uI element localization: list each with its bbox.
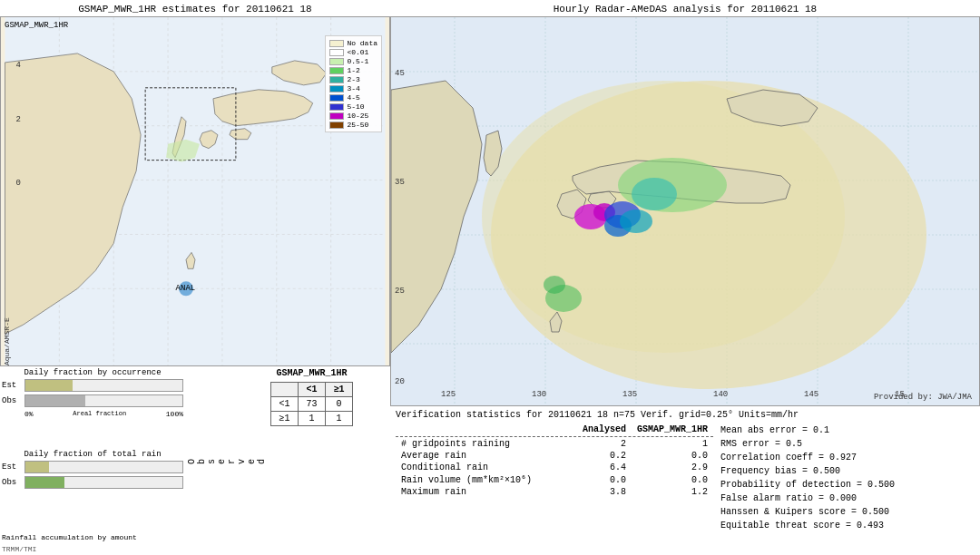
avg-rain-label: Average rain [396,450,577,462]
trmm-label: TRMM/TMI [2,545,183,553]
left-title: GSMAP_MWR_1HR estimates for 20110621 18 [0,0,390,16]
occurrence-obs-row: Obs [2,394,183,407]
provided-by: Provided by: JWA/JMA [874,393,972,402]
svg-text:135: 135 [622,390,637,399]
svg-point-55 [544,276,565,294]
hanssen-kuipers: Hanssen & Kuipers score = 0.500 [720,505,975,519]
svg-text:125: 125 [441,390,456,399]
mean-abs-error: Mean abs error = 0.1 [720,424,975,437]
corr-coeff: Correlation coeff = 0.927 [720,451,975,464]
total-rain-est-bar [24,461,183,473]
accumulation-label: Rainfall accumulation by amount [2,533,183,541]
svg-text:20: 20 [395,377,405,386]
legend-item-2-3: 2-3 [329,75,377,83]
legend-color-0.01 [329,49,344,56]
stat-row-avg-rain: Average rain 0.2 0.0 [396,450,713,462]
contingency-table: <1 ≥1 <1 73 0 ≥1 1 [270,382,353,426]
avg-rain-analysed: 0.2 [577,450,632,462]
col-header-analysed: Analysed [577,424,632,435]
svg-text:0: 0 [15,179,20,188]
svg-text:2: 2 [15,115,20,124]
legend-item-5-10: 5-10 [329,102,377,111]
total-rain-title: Daily fraction of total rain [2,450,183,459]
legend-item-0.01: <0.01 [329,48,377,56]
rain-volume-gsmap: 0.0 [632,473,713,486]
right-map: 45 35 25 20 125 130 135 140 145 15 Provi… [390,16,980,406]
occurrence-est-bar [24,379,183,392]
stats-table-area: Analysed GSMAP_MWR_1HR # gridpoints rain… [396,424,720,532]
equitable-threat: Equitable threat score = 0.493 [720,519,975,532]
svg-text:140: 140 [713,390,728,399]
gridpoints-gsmap: 1 [632,438,713,450]
max-rain-gsmap: 1.2 [632,486,713,498]
obs-label: Obs [2,396,24,405]
legend-item-25-50: 25-50 [329,121,377,129]
occurrence-title: Daily fraction by occurrence [2,368,183,377]
ct-cell-22: 1 [326,412,353,426]
legend-color-5-10 [329,103,344,111]
gsmap-map-label: GSMAP_MWR_1HR [5,21,68,30]
total-rain-obs-row: Obs [2,476,183,489]
rms-error: RMS error = 0.5 [720,437,975,451]
col-header-gsmap: GSMAP_MWR_1HR [632,424,713,435]
ct-col-header-2: ≥1 [326,383,353,397]
occurrence-est-row: Est [2,379,183,392]
observed-vertical-label: Observed [187,368,267,553]
total-rain-obs-bar [24,476,183,489]
rain-volume-analysed: 0.0 [577,473,632,486]
legend-color-0.5-1 [329,58,344,65]
legend-item-nodata: No data [329,39,377,47]
ct-cell-21: 1 [299,412,326,426]
col-header-empty [396,424,577,435]
stats-row: Analysed GSMAP_MWR_1HR # gridpoints rain… [396,424,975,532]
ct-row-label-1: <1 [271,397,299,412]
color-legend: No data <0.01 0.5-1 1-2 2-3 [325,35,382,132]
rain-volume-label: Rain volume (mm*km²×10⁶) [396,473,577,486]
ct-row-1: <1 73 0 [271,397,353,412]
ct-col-header-1: <1 [299,383,326,397]
est-label: Est [2,381,24,390]
main-container: GSMAP_MWR_1HR estimates for 20110621 18 … [0,0,980,555]
ct-row-2: ≥1 1 1 [271,412,353,426]
occurrence-obs-bar [24,394,183,407]
freq-bias: Frequency bias = 0.500 [720,464,975,478]
ct-cell-11: 73 [299,397,326,412]
contingency-table-wrapper: GSMAP_MWR_1HR <1 ≥1 <1 7 [270,368,353,553]
stats-header: Verification statistics for 20110621 18 … [396,410,975,420]
gridpoints-analysed: 2 [577,438,632,450]
ct-header-empty [271,383,299,397]
ct-row-label-2: ≥1 [271,412,299,426]
legend-color-nodata [329,40,344,47]
total-rain-chart: Daily fraction of total rain Est Obs [2,450,183,526]
verif-table: Analysed GSMAP_MWR_1HR # gridpoints rain… [396,424,713,498]
legend-item-1-2: 1-2 [329,66,377,74]
svg-text:35: 35 [395,178,405,187]
legend-item-0.5-1: 0.5-1 [329,57,377,65]
legend-color-10-25 [329,112,344,120]
ct-cell-12: 0 [326,397,353,412]
left-map: GSMAP_MWR_1HR ANAL Aqua/AMSR-E [0,16,390,366]
legend-item-10-25: 10-25 [329,112,377,120]
legend-item-4-5: 4-5 [329,93,377,102]
svg-text:4: 4 [15,61,20,70]
gridpoints-label: # gridpoints raining [396,438,577,450]
bar-charts-area: Daily fraction by occurrence Est Obs [2,368,183,553]
svg-text:25: 25 [395,287,405,296]
total-rain-est-row: Est [2,461,183,473]
stat-row-rain-volume: Rain volume (mm*km²×10⁶) 0.0 0.0 [396,473,713,486]
right-title: Hourly Radar-AMeDAS analysis for 2011062… [390,0,980,16]
right-map-svg: 45 35 25 20 125 130 135 140 145 15 [391,17,980,405]
svg-text:130: 130 [532,390,546,399]
legend-color-3-4 [329,85,344,92]
false-alarm-ratio: False alarm ratio = 0.000 [720,492,975,505]
legend-color-4-5 [329,94,344,102]
stats-numbers: Mean abs error = 0.1 RMS error = 0.5 Cor… [720,424,975,532]
legend-color-2-3 [329,76,344,83]
cond-rain-analysed: 6.4 [577,462,632,473]
est-label2: Est [2,462,24,472]
stat-row-max-rain: Maximum rain 3.8 1.2 [396,486,713,498]
svg-point-53 [620,209,652,233]
bottom-left-area: Daily fraction by occurrence Est Obs [0,366,390,555]
svg-point-48 [632,178,677,210]
legend-color-1-2 [329,67,344,74]
